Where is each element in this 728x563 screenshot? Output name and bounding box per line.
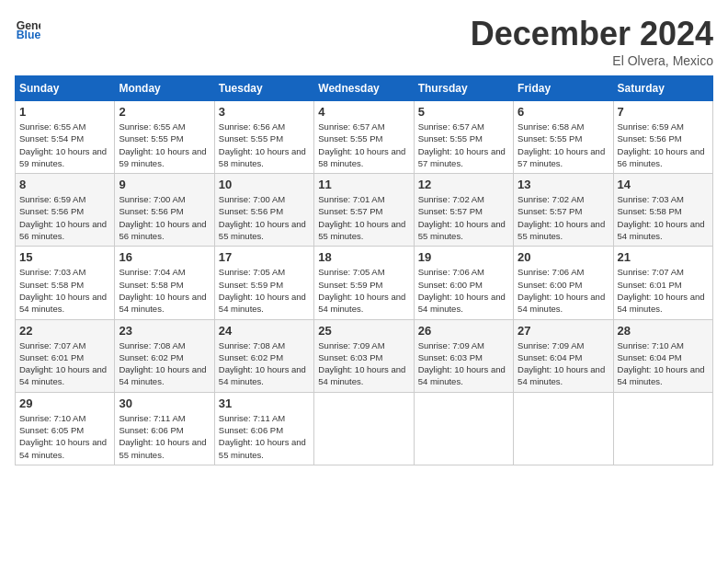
table-row: 23 Sunrise: 7:08 AM Sunset: 6:02 PM Dayl…	[115, 319, 214, 392]
day-number: 8	[19, 178, 110, 191]
cell-info: Sunrise: 7:07 AM Sunset: 6:01 PM Dayligh…	[19, 339, 110, 388]
table-row: 13 Sunrise: 7:02 AM Sunset: 5:57 PM Dayl…	[514, 174, 613, 247]
day-number: 23	[119, 324, 210, 338]
table-row: 26 Sunrise: 7:09 AM Sunset: 6:03 PM Dayl…	[414, 319, 513, 392]
cell-info: Sunrise: 6:57 AM Sunset: 5:55 PM Dayligh…	[318, 121, 409, 169]
day-number: 20	[518, 250, 609, 264]
table-row: 14 Sunrise: 7:03 AM Sunset: 5:58 PM Dayl…	[613, 174, 712, 247]
week-row: 1 Sunrise: 6:55 AM Sunset: 5:54 PM Dayli…	[16, 101, 713, 174]
day-number: 14	[618, 178, 709, 191]
cell-info: Sunrise: 7:02 AM Sunset: 5:57 PM Dayligh…	[418, 193, 509, 242]
day-number: 31	[219, 396, 310, 410]
week-row: 8 Sunrise: 6:59 AM Sunset: 5:56 PM Dayli…	[16, 174, 713, 247]
table-row: 28 Sunrise: 7:10 AM Sunset: 6:04 PM Dayl…	[613, 319, 712, 392]
cell-info: Sunrise: 7:09 AM Sunset: 6:03 PM Dayligh…	[418, 339, 509, 388]
day-number: 11	[318, 178, 409, 191]
col-sunday: Sunday	[16, 76, 115, 101]
day-number: 21	[618, 250, 709, 264]
table-row: 27 Sunrise: 7:09 AM Sunset: 6:04 PM Dayl…	[514, 319, 613, 392]
day-number: 27	[518, 324, 609, 338]
cell-info: Sunrise: 6:55 AM Sunset: 5:54 PM Dayligh…	[19, 121, 110, 169]
table-row	[314, 392, 414, 465]
table-row: 5 Sunrise: 6:57 AM Sunset: 5:55 PM Dayli…	[414, 101, 513, 174]
cell-info: Sunrise: 7:05 AM Sunset: 5:59 PM Dayligh…	[318, 266, 409, 315]
day-number: 6	[518, 105, 609, 119]
day-number: 18	[318, 250, 409, 264]
cell-info: Sunrise: 7:09 AM Sunset: 6:03 PM Dayligh…	[318, 339, 409, 388]
day-number: 25	[318, 324, 409, 338]
table-row: 6 Sunrise: 6:58 AM Sunset: 5:55 PM Dayli…	[514, 101, 613, 174]
col-monday: Monday	[115, 76, 214, 101]
day-number: 16	[119, 250, 210, 264]
cell-info: Sunrise: 7:08 AM Sunset: 6:02 PM Dayligh…	[219, 339, 310, 388]
cell-info: Sunrise: 6:59 AM Sunset: 5:56 PM Dayligh…	[618, 121, 709, 169]
table-row: 2 Sunrise: 6:55 AM Sunset: 5:55 PM Dayli…	[115, 101, 214, 174]
cell-info: Sunrise: 7:09 AM Sunset: 6:04 PM Dayligh…	[518, 339, 609, 388]
cell-info: Sunrise: 7:10 AM Sunset: 6:04 PM Dayligh…	[618, 339, 709, 388]
table-row: 4 Sunrise: 6:57 AM Sunset: 5:55 PM Dayli…	[314, 101, 414, 174]
week-row: 15 Sunrise: 7:03 AM Sunset: 5:58 PM Dayl…	[16, 247, 713, 319]
cell-info: Sunrise: 6:58 AM Sunset: 5:55 PM Dayligh…	[518, 121, 609, 169]
table-row	[514, 392, 613, 465]
table-row: 11 Sunrise: 7:01 AM Sunset: 5:57 PM Dayl…	[314, 174, 414, 247]
table-row: 1 Sunrise: 6:55 AM Sunset: 5:54 PM Dayli…	[16, 101, 115, 174]
cell-info: Sunrise: 7:11 AM Sunset: 6:06 PM Dayligh…	[219, 412, 310, 461]
cell-info: Sunrise: 7:06 AM Sunset: 6:00 PM Dayligh…	[518, 266, 609, 315]
cell-info: Sunrise: 7:00 AM Sunset: 5:56 PM Dayligh…	[119, 193, 210, 242]
day-number: 4	[318, 105, 409, 119]
logo-icon: General Blue	[15, 15, 40, 40]
table-row: 9 Sunrise: 7:00 AM Sunset: 5:56 PM Dayli…	[115, 174, 214, 247]
cell-info: Sunrise: 6:56 AM Sunset: 5:55 PM Dayligh…	[219, 121, 310, 169]
location-title: El Olvera, Mexico	[471, 53, 713, 68]
cell-info: Sunrise: 7:00 AM Sunset: 5:56 PM Dayligh…	[219, 193, 310, 242]
table-row: 31 Sunrise: 7:11 AM Sunset: 6:06 PM Dayl…	[214, 392, 313, 465]
table-row: 19 Sunrise: 7:06 AM Sunset: 6:00 PM Dayl…	[414, 247, 513, 319]
col-friday: Friday	[514, 76, 613, 101]
day-number: 22	[19, 324, 110, 338]
cell-info: Sunrise: 6:57 AM Sunset: 5:55 PM Dayligh…	[418, 121, 509, 169]
cell-info: Sunrise: 7:05 AM Sunset: 5:59 PM Dayligh…	[219, 266, 310, 315]
table-row: 10 Sunrise: 7:00 AM Sunset: 5:56 PM Dayl…	[214, 174, 313, 247]
header: General Blue December 2024 El Olvera, Me…	[15, 15, 713, 68]
table-row	[414, 392, 513, 465]
header-row: Sunday Monday Tuesday Wednesday Thursday…	[16, 76, 713, 101]
day-number: 29	[19, 396, 110, 410]
table-row: 16 Sunrise: 7:04 AM Sunset: 5:58 PM Dayl…	[115, 247, 214, 319]
col-tuesday: Tuesday	[214, 76, 313, 101]
table-row: 21 Sunrise: 7:07 AM Sunset: 6:01 PM Dayl…	[613, 247, 712, 319]
cell-info: Sunrise: 7:03 AM Sunset: 5:58 PM Dayligh…	[618, 193, 709, 242]
title-area: December 2024 El Olvera, Mexico	[471, 15, 713, 68]
col-saturday: Saturday	[613, 76, 712, 101]
table-row: 25 Sunrise: 7:09 AM Sunset: 6:03 PM Dayl…	[314, 319, 414, 392]
cell-info: Sunrise: 7:11 AM Sunset: 6:06 PM Dayligh…	[119, 412, 210, 461]
cell-info: Sunrise: 7:02 AM Sunset: 5:57 PM Dayligh…	[518, 193, 609, 242]
cell-info: Sunrise: 7:10 AM Sunset: 6:05 PM Dayligh…	[19, 412, 110, 461]
table-row: 20 Sunrise: 7:06 AM Sunset: 6:00 PM Dayl…	[514, 247, 613, 319]
day-number: 3	[219, 105, 310, 119]
day-number: 1	[19, 105, 110, 119]
cell-info: Sunrise: 7:04 AM Sunset: 5:58 PM Dayligh…	[119, 266, 210, 315]
calendar-table: Sunday Monday Tuesday Wednesday Thursday…	[15, 75, 713, 465]
day-number: 26	[418, 324, 509, 338]
svg-text:Blue: Blue	[17, 29, 40, 40]
table-row: 18 Sunrise: 7:05 AM Sunset: 5:59 PM Dayl…	[314, 247, 414, 319]
cell-info: Sunrise: 7:03 AM Sunset: 5:58 PM Dayligh…	[19, 266, 110, 315]
table-row: 29 Sunrise: 7:10 AM Sunset: 6:05 PM Dayl…	[16, 392, 115, 465]
month-title: December 2024	[471, 15, 713, 53]
cell-info: Sunrise: 7:07 AM Sunset: 6:01 PM Dayligh…	[618, 266, 709, 315]
day-number: 28	[618, 324, 709, 338]
logo: General Blue	[15, 15, 40, 40]
day-number: 10	[219, 178, 310, 191]
day-number: 7	[618, 105, 709, 119]
day-number: 13	[518, 178, 609, 191]
cell-info: Sunrise: 6:59 AM Sunset: 5:56 PM Dayligh…	[19, 193, 110, 242]
cell-info: Sunrise: 7:01 AM Sunset: 5:57 PM Dayligh…	[318, 193, 409, 242]
table-row: 22 Sunrise: 7:07 AM Sunset: 6:01 PM Dayl…	[16, 319, 115, 392]
day-number: 9	[119, 178, 210, 191]
table-row: 17 Sunrise: 7:05 AM Sunset: 5:59 PM Dayl…	[214, 247, 313, 319]
table-row	[613, 392, 712, 465]
day-number: 5	[418, 105, 509, 119]
week-row: 22 Sunrise: 7:07 AM Sunset: 6:01 PM Dayl…	[16, 319, 713, 392]
week-row: 29 Sunrise: 7:10 AM Sunset: 6:05 PM Dayl…	[16, 392, 713, 465]
day-number: 2	[119, 105, 210, 119]
